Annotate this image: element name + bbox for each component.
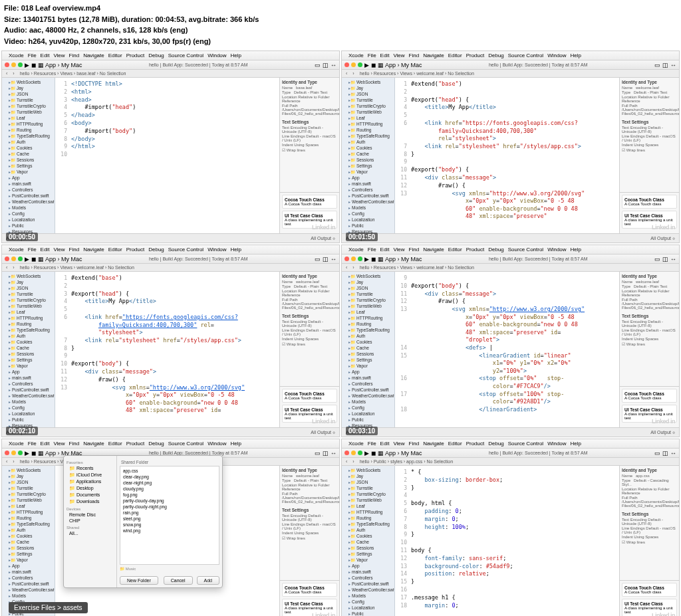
file-picker-dialog[interactable]: Favorites 📁 Recents📁 iCloud Drive📁 Appli… xyxy=(63,455,223,588)
sidebar-item-turnstileweb[interactable]: ▸📁TurnstileWeb xyxy=(342,497,394,503)
sidebar-item-sessions[interactable]: ▸📁Sessions xyxy=(342,157,394,163)
sidebar-item-typesaferouting[interactable]: ▸📁TypeSafeRouting xyxy=(2,521,55,527)
scheme-selector[interactable]: ▦ App › My Mac xyxy=(378,450,422,457)
dlg-file-cloudy.png[interactable]: cloudy.png xyxy=(122,486,217,492)
insp-type[interactable]: Type Default - Cascading Styl... xyxy=(622,478,677,486)
sidebar-item-websockets[interactable]: ▸📁WebSockets xyxy=(342,467,394,473)
menu-edit[interactable]: Edit xyxy=(380,247,390,253)
insp-type[interactable]: Type Default - Plain Text xyxy=(282,284,337,288)
insp-indent[interactable]: Indent Using Spaces xyxy=(622,535,677,539)
status-right[interactable]: All Output ⟐ xyxy=(311,236,335,241)
menu-window[interactable]: Window xyxy=(207,52,226,58)
sidebar-item-auth[interactable]: ▸📁Auth xyxy=(2,139,55,145)
sidebar-item-websockets[interactable]: ▸📁WebSockets xyxy=(2,273,55,279)
assistant-icon[interactable]: ◫ xyxy=(662,450,668,457)
menu-product[interactable]: Product xyxy=(126,441,145,447)
insp-encoding[interactable]: Text Encoding Default - Unicode (UTF-8) xyxy=(282,320,337,328)
sidebar-item-httprouting[interactable]: ▸📁HTTPRouting xyxy=(342,315,394,321)
macos-menubar[interactable]: XcodeFileEditViewFindNavigateEditorProdu… xyxy=(342,245,679,255)
nav-fwd-icon[interactable]: › xyxy=(352,71,354,76)
sidebar-item-json[interactable]: ▸📁JSON xyxy=(342,91,394,97)
xcode-toolbar[interactable]: ▶ ◼ ▦ App › My Mac hello | Build App: Su… xyxy=(342,60,679,70)
insp-type[interactable]: Type Default - Plain Text xyxy=(282,90,337,94)
insp-wrap[interactable]: ☑ Wrap lines xyxy=(622,540,677,544)
dlg-file-clear-night.png[interactable]: clear-night.png xyxy=(122,480,217,486)
sidebar-item-turnstileweb[interactable]: ▸📁TurnstileWeb xyxy=(2,497,55,503)
sidebar-item-turnstileweb[interactable]: ▸📁TurnstileWeb xyxy=(2,303,55,309)
sidebar-item-leaf[interactable]: ▸📁Leaf xyxy=(342,503,394,509)
sidebar-item-localization[interactable]: ▸Localization xyxy=(342,217,394,223)
sidebar-item-turnstilecrypto[interactable]: ▸📁TurnstileCrypto xyxy=(342,103,394,109)
menu-xcode[interactable]: Xcode xyxy=(9,441,24,447)
insp-location[interactable]: Location Relative to Folder Reference xyxy=(282,483,337,491)
sidebar-item-turnstileweb[interactable]: ▸📁TurnstileWeb xyxy=(342,109,394,115)
run-button[interactable]: ▶ xyxy=(364,256,369,262)
zoom-icon[interactable] xyxy=(18,62,23,67)
breadcrumb[interactable]: hello › Resources › Views › welcome.leaf… xyxy=(360,71,474,76)
debug-bar[interactable]: Auto ⟐ | 3 All Output ⟐ xyxy=(342,233,679,243)
status-right[interactable]: All Output ⟐ xyxy=(650,236,675,241)
menu-product[interactable]: Product xyxy=(466,247,485,253)
assistant-icon[interactable]: ◫ xyxy=(323,450,329,457)
scheme-selector[interactable]: ▦ App › My Mac xyxy=(38,256,82,262)
menu-file[interactable]: File xyxy=(368,52,376,58)
insp-endings[interactable]: Line Endings Default - macOS / Unix (LF) xyxy=(282,134,337,142)
nav-fwd-icon[interactable]: › xyxy=(13,71,14,76)
insp-wrap[interactable]: ☑ Wrap lines xyxy=(622,148,677,152)
sidebar-item-controllers[interactable]: ▸Controllers xyxy=(2,575,55,581)
shared-item[interactable]: All... xyxy=(67,530,114,536)
menu-view[interactable]: View xyxy=(393,441,404,447)
menu-editor[interactable]: Editor xyxy=(108,52,122,58)
sidebar-item-app[interactable]: ▸App xyxy=(342,563,394,569)
sidebar-item-jay[interactable]: ▸📁Jay xyxy=(342,85,394,91)
dev-chip[interactable]: CHIP xyxy=(67,518,114,524)
nav-fwd-icon[interactable]: › xyxy=(352,265,354,270)
menu-help[interactable]: Help xyxy=(231,441,241,447)
menu-debug[interactable]: Debug xyxy=(488,441,504,447)
sidebar-item-httprouting[interactable]: ▸📁HTTPRouting xyxy=(342,509,394,515)
sidebar-item-main-swift[interactable]: ▸main.swift xyxy=(342,181,394,187)
insp-location[interactable]: Location Relative to Folder Reference xyxy=(282,289,337,297)
menu-source-control[interactable]: Source Control xyxy=(168,247,204,253)
dlg-file-app.css[interactable]: app.css xyxy=(122,468,217,474)
status-right[interactable]: All Output ⟐ xyxy=(311,430,335,435)
insp-encoding[interactable]: Text Encoding Default - Unicode (UTF-8) xyxy=(282,126,337,134)
sidebar-item-weathercontroller-swift[interactable]: ▸WeatherController.swift xyxy=(342,587,394,593)
sidebar-item-controllers[interactable]: ▸Controllers xyxy=(2,187,55,193)
sidebar-item-main-swift[interactable]: ▸main.swift xyxy=(342,569,394,575)
sidebar-item-models[interactable]: ▸Models xyxy=(2,399,55,405)
sidebar-item-vapor[interactable]: ▸📁Vapor xyxy=(342,363,394,369)
run-button[interactable]: ▶ xyxy=(364,450,369,457)
version-icon[interactable]: ↔ xyxy=(670,256,676,262)
project-navigator[interactable]: ▸📁WebSockets▸📁Jay▸📁JSON▸📁Turnstile▸📁Turn… xyxy=(342,272,395,427)
macos-menubar[interactable]: XcodeFileEditViewFindNavigateEditorProdu… xyxy=(2,51,339,60)
sidebar-item-config[interactable]: ▸Config xyxy=(2,405,55,411)
scheme-selector[interactable]: ▦ App › My Mac xyxy=(38,62,82,68)
insp-indent[interactable]: Indent Using Spaces xyxy=(622,143,677,147)
sidebar-item-turnstileweb[interactable]: ▸📁TurnstileWeb xyxy=(2,109,55,115)
sidebar-item-sessions[interactable]: ▸📁Sessions xyxy=(2,545,55,551)
code-editor[interactable]: 910#export("body") {11 <div class="messa… xyxy=(395,272,619,427)
dlg-file-clear-day.png[interactable]: clear-day.png xyxy=(122,474,217,480)
sidebar-item-jay[interactable]: ▸📁Jay xyxy=(2,85,55,91)
menu-product[interactable]: Product xyxy=(466,52,485,58)
close-icon[interactable] xyxy=(5,451,9,455)
nav-back-icon[interactable]: ‹ xyxy=(346,265,347,270)
insp-indent[interactable]: Indent Using Spaces xyxy=(282,143,337,147)
sidebar-item-weathercontroller-swift[interactable]: ▸WeatherController.swift xyxy=(342,393,394,399)
menu-navigate[interactable]: Navigate xyxy=(423,441,444,447)
menu-find[interactable]: Find xyxy=(409,247,420,253)
insp-encoding[interactable]: Text Encoding Default - Unicode (UTF-8) xyxy=(622,518,677,526)
project-navigator[interactable]: ▸📁WebSockets▸📁Jay▸📁JSON▸📁Turnstile▸📁Turn… xyxy=(342,466,395,616)
sidebar-item-jay[interactable]: ▸📁Jay xyxy=(342,473,394,479)
sidebar-item-turnstilecrypto[interactable]: ▸📁TurnstileCrypto xyxy=(342,297,394,303)
menu-edit[interactable]: Edit xyxy=(380,441,390,447)
menu-xcode[interactable]: Xcode xyxy=(348,441,364,447)
version-icon[interactable]: ↔ xyxy=(331,450,337,457)
sidebar-item-httprouting[interactable]: ▸📁HTTPRouting xyxy=(2,121,55,127)
insp-location[interactable]: Location Relative to Folder Reference xyxy=(622,487,677,495)
breadcrumb-bar[interactable]: ‹ › hello › Public › styles › app.css › … xyxy=(342,458,679,466)
insp-endings[interactable]: Line Endings Default - macOS / Unix (LF) xyxy=(282,328,337,336)
insp-encoding[interactable]: Text Encoding Default - Unicode (UTF-8) xyxy=(622,320,677,328)
sidebar-item-app[interactable]: ▸App xyxy=(342,175,394,181)
